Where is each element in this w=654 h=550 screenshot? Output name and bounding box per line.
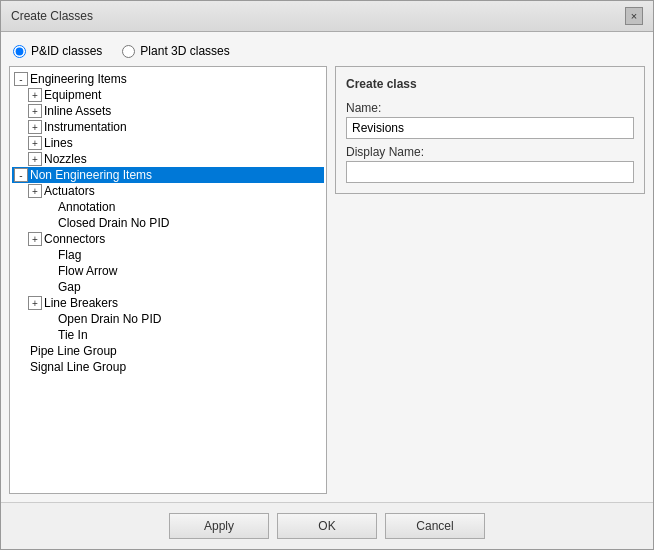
pid-classes-radio[interactable] <box>13 45 26 58</box>
tree-item-engineering-items[interactable]: -Engineering Items <box>12 71 324 87</box>
tree-item-annotation[interactable]: Annotation <box>12 199 324 215</box>
tree-item-non-engineering-items[interactable]: -Non Engineering Items <box>12 167 324 183</box>
tree-item-instrumentation[interactable]: +Instrumentation <box>12 119 324 135</box>
display-name-input[interactable] <box>346 161 634 183</box>
apply-button[interactable]: Apply <box>169 513 269 539</box>
tree-item-flow-arrow[interactable]: Flow Arrow <box>12 263 324 279</box>
tree-item-label-instrumentation: Instrumentation <box>44 120 127 134</box>
close-button[interactable]: × <box>625 7 643 25</box>
tree-item-connectors[interactable]: +Connectors <box>12 231 324 247</box>
expand-icon-inline-assets[interactable]: + <box>28 104 42 118</box>
tree-item-flag[interactable]: Flag <box>12 247 324 263</box>
tree-item-label-engineering-items: Engineering Items <box>30 72 127 86</box>
tree-item-label-open-drain-no-pid: Open Drain No PID <box>58 312 161 326</box>
tree-panel[interactable]: -Engineering Items+Equipment+Inline Asse… <box>9 66 327 494</box>
tree-item-inline-assets[interactable]: +Inline Assets <box>12 103 324 119</box>
tree-item-label-lines: Lines <box>44 136 73 150</box>
tree-item-label-tie-in: Tie In <box>58 328 88 342</box>
tree-item-equipment[interactable]: +Equipment <box>12 87 324 103</box>
dialog-title: Create Classes <box>11 9 93 23</box>
expand-icon-line-breakers[interactable]: + <box>28 296 42 310</box>
tree-item-label-signal-line-group: Signal Line Group <box>30 360 126 374</box>
name-field-group: Name: <box>346 101 634 139</box>
tree-item-closed-drain-no-pid[interactable]: Closed Drain No PID <box>12 215 324 231</box>
tree-item-label-pipe-line-group: Pipe Line Group <box>30 344 117 358</box>
expand-icon-non-engineering-items[interactable]: - <box>14 168 28 182</box>
expand-icon-nozzles[interactable]: + <box>28 152 42 166</box>
expand-icon-instrumentation[interactable]: + <box>28 120 42 134</box>
expand-icon-engineering-items[interactable]: - <box>14 72 28 86</box>
plant3d-classes-radio[interactable] <box>122 45 135 58</box>
tree-item-label-closed-drain-no-pid: Closed Drain No PID <box>58 216 169 230</box>
tree-item-line-breakers[interactable]: +Line Breakers <box>12 295 324 311</box>
expand-icon-equipment[interactable]: + <box>28 88 42 102</box>
name-input[interactable] <box>346 117 634 139</box>
tree-item-gap[interactable]: Gap <box>12 279 324 295</box>
tree-item-label-inline-assets: Inline Assets <box>44 104 111 118</box>
tree-item-label-flag: Flag <box>58 248 81 262</box>
tree-item-tie-in[interactable]: Tie In <box>12 327 324 343</box>
display-name-field-group: Display Name: <box>346 145 634 183</box>
expand-icon-lines[interactable]: + <box>28 136 42 150</box>
dialog-body: P&ID classes Plant 3D classes -Engineeri… <box>1 32 653 502</box>
tree-item-label-non-engineering-items: Non Engineering Items <box>30 168 152 182</box>
plant3d-classes-option[interactable]: Plant 3D classes <box>122 44 229 58</box>
create-class-section: Create class Name: Display Name: <box>335 66 645 194</box>
tree-item-label-actuators: Actuators <box>44 184 95 198</box>
radio-group: P&ID classes Plant 3D classes <box>9 40 645 66</box>
main-content: -Engineering Items+Equipment+Inline Asse… <box>9 66 645 494</box>
plant3d-classes-label: Plant 3D classes <box>140 44 229 58</box>
tree-item-label-annotation: Annotation <box>58 200 115 214</box>
tree-item-label-nozzles: Nozzles <box>44 152 87 166</box>
tree-item-label-flow-arrow: Flow Arrow <box>58 264 117 278</box>
tree-item-label-connectors: Connectors <box>44 232 105 246</box>
title-bar: Create Classes × <box>1 1 653 32</box>
tree-item-label-equipment: Equipment <box>44 88 101 102</box>
tree-item-open-drain-no-pid[interactable]: Open Drain No PID <box>12 311 324 327</box>
expand-icon-connectors[interactable]: + <box>28 232 42 246</box>
tree-item-label-gap: Gap <box>58 280 81 294</box>
tree-item-actuators[interactable]: +Actuators <box>12 183 324 199</box>
expand-icon-actuators[interactable]: + <box>28 184 42 198</box>
ok-button[interactable]: OK <box>277 513 377 539</box>
cancel-button[interactable]: Cancel <box>385 513 485 539</box>
create-class-title: Create class <box>346 77 634 91</box>
bottom-buttons: Apply OK Cancel <box>1 502 653 549</box>
tree-item-label-line-breakers: Line Breakers <box>44 296 118 310</box>
create-classes-dialog: Create Classes × P&ID classes Plant 3D c… <box>0 0 654 550</box>
name-label: Name: <box>346 101 634 115</box>
tree-item-pipe-line-group[interactable]: Pipe Line Group <box>12 343 324 359</box>
tree-item-lines[interactable]: +Lines <box>12 135 324 151</box>
display-name-label: Display Name: <box>346 145 634 159</box>
right-panel: Create class Name: Display Name: <box>335 66 645 494</box>
pid-classes-option[interactable]: P&ID classes <box>13 44 102 58</box>
tree-item-nozzles[interactable]: +Nozzles <box>12 151 324 167</box>
pid-classes-label: P&ID classes <box>31 44 102 58</box>
tree-item-signal-line-group[interactable]: Signal Line Group <box>12 359 324 375</box>
